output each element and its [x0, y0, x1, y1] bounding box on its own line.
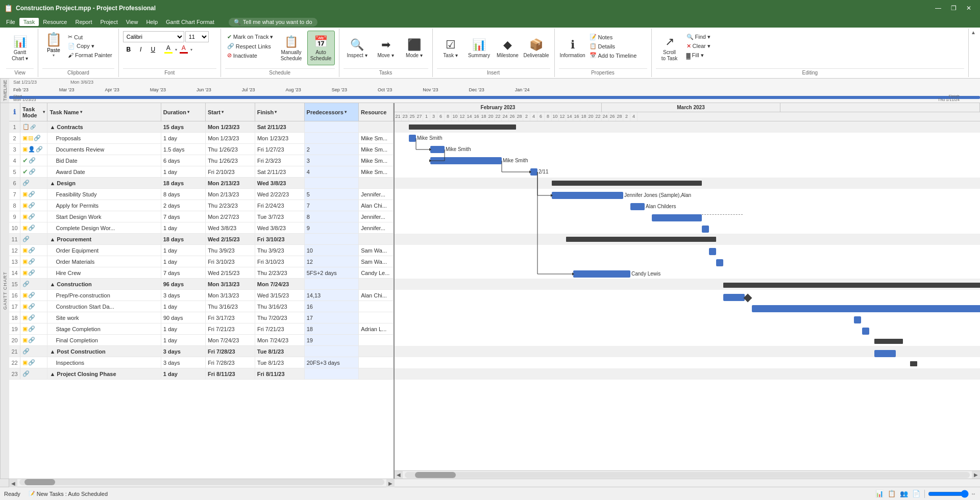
tell-me-input[interactable]: 🔍 Tell me what you want to do: [229, 18, 317, 27]
fill-btn[interactable]: ▓ Fill ▾: [684, 51, 713, 60]
h-scroll-thumb[interactable]: [415, 472, 456, 478]
scroll-left-btn[interactable]: ◀: [395, 471, 403, 479]
table-row[interactable]: 14 ▣ 🔗 Hire Crew 7 days Wed 2/15/23 Thu …: [9, 267, 394, 279]
table-row[interactable]: 2 ▣ ▤ 🔗 Proposals 1 day Mon 1/23/23 Mon …: [9, 133, 394, 144]
table-row[interactable]: 1 📋🔗 ▲ Contracts 15 days Mon 1/23/23 Sat…: [9, 121, 394, 133]
highlight-dropdown[interactable]: ▾: [175, 47, 177, 52]
ribbon-collapse-btn[interactable]: ▲: [969, 29, 978, 77]
add-to-timeline-btn[interactable]: 📅 Add to Timeline: [587, 51, 639, 60]
zoom-slider[interactable]: [928, 490, 969, 497]
milestone-btn[interactable]: ◆ Milestone: [494, 31, 522, 65]
th-task-mode[interactable]: Task Mode▾: [20, 103, 47, 121]
gantt-h-scroll[interactable]: ◀ ▶: [395, 470, 980, 479]
team-planner-view-btn[interactable]: 👥: [899, 489, 909, 499]
underline-btn[interactable]: U: [148, 44, 159, 55]
font-size-select[interactable]: 11: [185, 31, 209, 42]
move-btn[interactable]: ➡ Move ▾: [372, 31, 400, 65]
table-row[interactable]: 7 ▣ 🔗 Feasibility Study 8 days Mon 2/13/…: [9, 189, 394, 200]
mark-on-track-btn[interactable]: ✔ Mark on Track ▾: [225, 33, 276, 41]
gantt-view-btn[interactable]: 📊: [874, 489, 885, 499]
find-btn[interactable]: 🔍 Find ▾: [684, 33, 713, 41]
scroll-to-task-btn[interactable]: ↗ Scrollto Task: [656, 31, 683, 65]
sort-start[interactable]: ▾: [222, 110, 224, 114]
task-btn[interactable]: ☑ Task ▾: [437, 31, 464, 65]
mode-btn[interactable]: ⬛ Mode ▾: [401, 31, 428, 65]
h-scroll-track[interactable]: [405, 472, 970, 478]
task-usage-view-btn[interactable]: 📋: [887, 489, 897, 499]
menu-resource[interactable]: Resource: [39, 18, 71, 26]
th-resource[interactable]: Resource: [359, 103, 394, 121]
font-name-select[interactable]: Calibri: [123, 31, 184, 42]
auto-schedule-btn[interactable]: 📅 AutoSchedule: [307, 31, 335, 65]
sort-predecessors[interactable]: ▾: [345, 110, 347, 114]
inactivate-btn[interactable]: ⊘ Inactivate: [225, 51, 276, 60]
italic-btn[interactable]: I: [135, 44, 146, 55]
inspect-btn[interactable]: 🔍 Inspect ▾: [344, 31, 371, 65]
sort-duration[interactable]: ▾: [187, 110, 189, 114]
table-row[interactable]: 18 ▣ 🔗 Site work 90 days Fri 3/17/23 Thu…: [9, 312, 394, 323]
table-row[interactable]: 23 🔗 ▲ Project Closing Phase 1 day Fri 8…: [9, 368, 394, 380]
menu-task[interactable]: Task: [19, 18, 39, 26]
sort-mode[interactable]: ▾: [43, 110, 45, 114]
deliverable-btn[interactable]: 📦 Deliverable: [523, 31, 550, 65]
clear-btn[interactable]: ✕ Clear ▾: [684, 42, 713, 51]
table-row[interactable]: 5 ✔ 🔗 Award Date 1 day Fri 2/10/23 Sat 2…: [9, 166, 394, 178]
table-row[interactable]: 20 ▣ 🔗 Final Completion 1 day Mon 7/24/2…: [9, 335, 394, 346]
table-row[interactable]: 21 🔗 ▲ Post Construction 3 days Fri 7/28…: [9, 346, 394, 357]
table-row[interactable]: 10 ▣ 🔗 Complete Design Wor... 1 day Wed …: [9, 222, 394, 234]
table-row[interactable]: 6 🔗 ▲ Design 18 days Mon 2/13/23 Wed 3/8…: [9, 178, 394, 189]
sort-finish[interactable]: ▾: [275, 110, 277, 114]
cut-btn[interactable]: ✂ Cut: [66, 33, 114, 41]
table-row[interactable]: 4 ✔ 🔗 Bid Date 6 days Thu 1/26/23 Fri 2/…: [9, 155, 394, 166]
notes-btn[interactable]: 📝 Notes: [587, 33, 639, 41]
menu-help[interactable]: Help: [142, 18, 162, 26]
table-row[interactable]: 19 ▣ 🔗 Stage Completion 1 day Fri 7/21/2…: [9, 323, 394, 335]
format-painter-btn[interactable]: 🖌 Format Painter: [66, 51, 114, 59]
details-btn[interactable]: 📋 Details: [587, 42, 639, 51]
table-h-scroll[interactable]: ◀ ▶: [9, 479, 395, 487]
table-row[interactable]: 16 ▣ 🔗 Prep/Pre-construction 3 days Mon …: [9, 290, 394, 301]
respect-links-btn[interactable]: 🔗 Respect Links: [225, 42, 276, 51]
manually-schedule-btn[interactable]: 📋 ManuallySchedule: [277, 31, 306, 65]
font-color-btn[interactable]: A: [178, 44, 189, 55]
sort-name[interactable]: ▾: [80, 110, 82, 114]
scroll-right-btn[interactable]: ▶: [972, 471, 980, 479]
table-row[interactable]: 11 🔗 ▲ Procurement 18 days Wed 2/15/23 F…: [9, 234, 394, 245]
highlight-color-btn[interactable]: A: [163, 44, 174, 55]
table-row[interactable]: 15 🔗 ▲ Construction 96 days Mon 3/13/23 …: [9, 279, 394, 290]
gantt-chart-btn[interactable]: 📊 GanttChart ▾: [6, 31, 34, 65]
gantt-sidebar-label: GANTT CHART: [0, 103, 9, 479]
table-row[interactable]: 13 ▣ 🔗 Order Materials 1 day Fri 3/10/23…: [9, 256, 394, 267]
menu-view[interactable]: View: [122, 18, 142, 26]
table-h-thumb[interactable]: [24, 479, 55, 485]
table-row[interactable]: 12 ▣ 🔗 Order Equipment 1 day Thu 3/9/23 …: [9, 245, 394, 256]
table-h-track[interactable]: [19, 479, 384, 485]
font-color-dropdown[interactable]: ▾: [190, 47, 192, 52]
th-finish[interactable]: Finish▾: [255, 103, 305, 121]
information-btn[interactable]: ℹ Information: [559, 31, 586, 65]
table-row[interactable]: 22 ▣ 🔗 Inspections 3 days Fri 7/28/23 Tu…: [9, 357, 394, 368]
minimize-btn[interactable]: —: [931, 1, 945, 15]
table-row[interactable]: 17 ▣ 🔗 Construction Start Da... 1 day Th…: [9, 301, 394, 312]
th-start[interactable]: Start▾: [206, 103, 255, 121]
table-row[interactable]: 3 ▣ 👤 🔗 Documents Review 1.5 days Thu 1/…: [9, 144, 394, 155]
th-predecessors[interactable]: Predecessors▾: [305, 103, 359, 121]
table-scroll-left[interactable]: ◀: [9, 479, 17, 487]
menu-report[interactable]: Report: [71, 18, 96, 26]
paste-btn[interactable]: 📋 Paste ▾: [42, 31, 65, 58]
maximize-btn[interactable]: ❐: [946, 1, 961, 15]
summary-btn[interactable]: 📊 Summary: [465, 31, 493, 65]
close-btn[interactable]: ✕: [962, 1, 976, 15]
menu-gantt-format[interactable]: Gantt Chart Format: [162, 18, 218, 26]
resource-sheet-view-btn[interactable]: 📄: [911, 489, 921, 499]
td-resource: [359, 178, 394, 188]
th-duration[interactable]: Duration▾: [161, 103, 206, 121]
copy-btn[interactable]: 📄 Copy ▾: [66, 42, 114, 51]
menu-file[interactable]: File: [2, 18, 19, 26]
table-row[interactable]: 8 ▣ 🔗 Apply for Permits 2 days Thu 2/23/…: [9, 200, 394, 211]
menu-project[interactable]: Project: [96, 18, 121, 26]
bold-btn[interactable]: B: [123, 44, 134, 55]
table-row[interactable]: 9 ▣ 🔗 Start Design Work 7 days Mon 2/27/…: [9, 211, 394, 222]
table-scroll-right[interactable]: ▶: [386, 479, 395, 487]
th-task-name[interactable]: Task Name▾: [47, 103, 161, 121]
